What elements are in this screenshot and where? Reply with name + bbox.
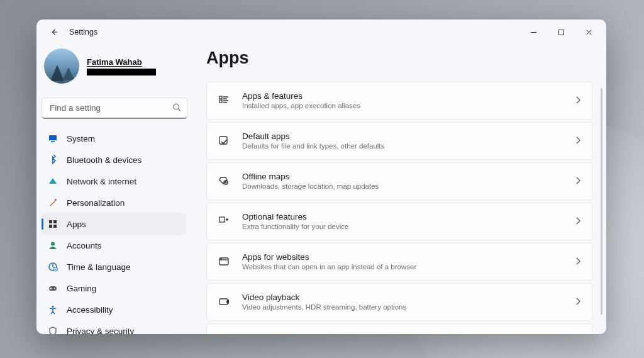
card-icon	[217, 174, 231, 188]
svg-point-21	[221, 259, 221, 259]
sidebar-item-system[interactable]: System	[42, 128, 186, 149]
maximize-button[interactable]	[547, 23, 575, 42]
svg-rect-15	[219, 96, 222, 99]
card-icon	[217, 255, 231, 269]
minimize-icon	[530, 29, 537, 36]
back-button[interactable]	[45, 23, 63, 41]
chevron-right-icon	[575, 217, 580, 227]
profile-name: Fatima Wahab	[87, 57, 156, 67]
sidebar-item-label: Gaming	[67, 284, 96, 293]
svg-rect-6	[53, 220, 57, 223]
card-text: Default appsDefaults for file and link t…	[242, 131, 564, 151]
sidebar-item-label: Time & language	[67, 262, 131, 272]
chevron-right-icon	[575, 298, 580, 307]
apps-icon	[48, 219, 58, 229]
card-text: Optional featuresExtra functionality for…	[242, 211, 564, 232]
card-title: Startup	[242, 332, 564, 334]
sidebar-item-apps[interactable]: Apps	[42, 213, 186, 235]
card-text: Offline mapsDownloads, storage location,…	[242, 171, 564, 191]
sidebar-item-label: Bluetooth & devices	[67, 155, 142, 165]
gaming-icon	[48, 283, 58, 293]
titlebar: Settings	[36, 20, 606, 45]
card-subtitle: Installed apps, app execution aliases	[242, 101, 564, 111]
sidebar-item-label: System	[67, 134, 95, 143]
svg-rect-3	[51, 141, 55, 142]
minimize-button[interactable]	[519, 23, 547, 42]
search-input[interactable]	[42, 98, 187, 119]
card-title: Default apps	[242, 131, 564, 142]
privacy-icon	[48, 326, 58, 334]
svg-rect-19	[219, 217, 225, 222]
card-text: Apps & featuresInstalled apps, app execu…	[242, 91, 564, 111]
close-button[interactable]	[575, 23, 602, 42]
chevron-right-icon	[575, 96, 580, 106]
card-title: Apps & features	[242, 91, 564, 102]
card-title: Apps for websites	[242, 252, 564, 263]
sidebar-item-label: Accessibility	[67, 305, 113, 315]
settings-card[interactable]: Apps & featuresInstalled apps, app execu…	[206, 82, 592, 120]
chevron-right-icon	[575, 177, 580, 186]
sidebar-item-gaming[interactable]: Gaming	[42, 277, 186, 299]
search-wrap	[42, 98, 187, 119]
sidebar-item-accounts[interactable]: Accounts	[42, 235, 186, 256]
card-text: StartupApps that start automatically whe…	[242, 332, 564, 334]
card-icon	[217, 134, 231, 148]
personalization-icon	[48, 198, 58, 208]
sidebar-item-label: Personalization	[67, 198, 125, 208]
cards-list[interactable]: Apps & featuresInstalled apps, app execu…	[206, 82, 605, 334]
svg-point-4	[55, 199, 57, 201]
sidebar-item-accessibility[interactable]: Accessibility	[42, 299, 186, 320]
profile-block[interactable]: Fatima Wahab	[42, 45, 187, 91]
arrow-left-icon	[50, 28, 58, 36]
settings-card[interactable]: Video playbackVideo adjustments, HDR str…	[206, 283, 592, 321]
card-subtitle: Defaults for file and link types, other …	[242, 142, 564, 151]
maximize-icon	[558, 29, 565, 36]
svg-rect-2	[49, 135, 57, 140]
svg-point-9	[51, 242, 55, 246]
svg-rect-0	[558, 30, 564, 35]
window-controls	[519, 23, 602, 42]
profile-email-redacted	[87, 69, 156, 76]
sidebar-item-label: Network & internet	[67, 177, 136, 186]
accessibility-icon	[48, 305, 58, 315]
accounts-icon	[48, 240, 58, 250]
nav: SystemBluetooth & devicesNetwork & inter…	[42, 128, 187, 334]
settings-card[interactable]: Optional featuresExtra functionality for…	[206, 203, 592, 240]
scrollbar[interactable]	[601, 88, 602, 315]
svg-point-14	[52, 306, 53, 308]
sidebar: Fatima Wahab SystemBluetooth & devicesNe…	[36, 45, 192, 334]
content: Apps Apps & featuresInstalled apps, app …	[192, 45, 606, 334]
sidebar-item-label: Accounts	[67, 241, 102, 250]
system-icon	[48, 133, 58, 143]
sidebar-item-label: Privacy & security	[67, 327, 134, 335]
card-subtitle: Downloads, storage location, map updates	[242, 182, 564, 191]
bluetooth-icon	[48, 155, 58, 165]
card-title: Video playback	[242, 292, 564, 303]
avatar	[44, 48, 79, 84]
card-subtitle: Websites that can open in an app instead…	[242, 262, 564, 272]
sidebar-item-wifi[interactable]: Network & internet	[42, 171, 186, 192]
settings-card[interactable]: Default appsDefaults for file and link t…	[206, 122, 592, 160]
svg-rect-8	[53, 225, 57, 228]
card-subtitle: Extra functionality for your device	[242, 222, 564, 232]
sidebar-item-bluetooth[interactable]: Bluetooth & devices	[42, 149, 186, 171]
close-icon	[586, 29, 592, 36]
svg-point-13	[54, 288, 55, 289]
settings-card[interactable]: Apps for websitesWebsites that can open …	[206, 243, 592, 281]
card-subtitle: Video adjustments, HDR streaming, batter…	[242, 303, 564, 312]
sidebar-item-label: Apps	[67, 220, 86, 229]
card-icon	[217, 94, 231, 108]
card-icon	[217, 215, 231, 228]
settings-card[interactable]: StartupApps that start automatically whe…	[206, 323, 592, 334]
time-icon	[48, 262, 58, 272]
svg-rect-7	[49, 225, 52, 228]
sidebar-item-personalization[interactable]: Personalization	[42, 192, 186, 213]
sidebar-item-time[interactable]: Time & language	[42, 256, 186, 277]
settings-card[interactable]: Offline mapsDownloads, storage location,…	[206, 162, 592, 200]
wifi-icon	[48, 176, 58, 186]
window-title: Settings	[69, 28, 97, 36]
sidebar-item-privacy[interactable]: Privacy & security	[42, 320, 186, 334]
chevron-right-icon	[575, 257, 580, 267]
card-title: Optional features	[242, 211, 564, 223]
svg-rect-16	[219, 100, 222, 103]
